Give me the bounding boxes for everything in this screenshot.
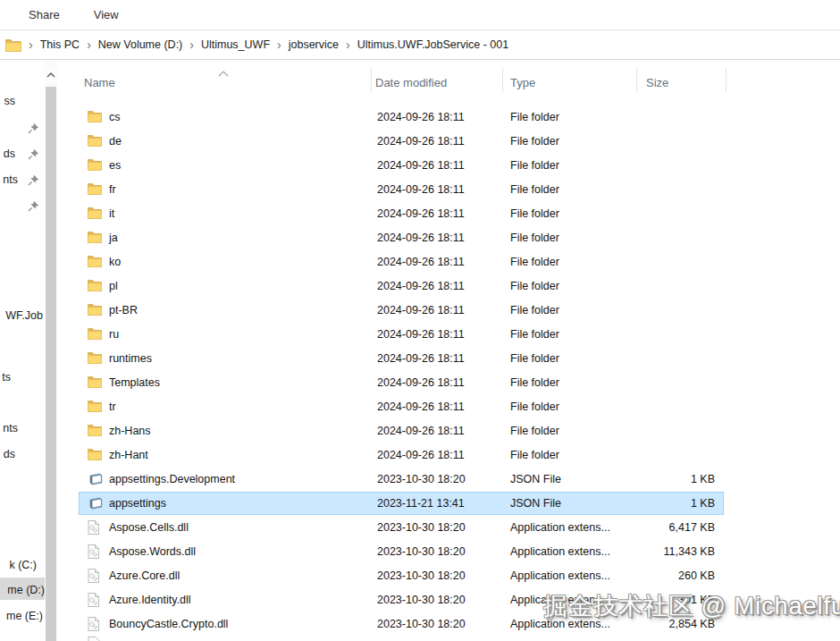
breadcrumb-item[interactable]: This PC bbox=[40, 38, 80, 51]
file-date-modified: 2024-09-26 18:11 bbox=[377, 352, 465, 365]
column-separator[interactable] bbox=[371, 68, 372, 92]
table-row[interactable]: it2024-09-26 18:11File folder bbox=[57, 202, 840, 226]
file-date-modified: 2024-09-26 18:11 bbox=[377, 449, 465, 461]
nav-scrollbar[interactable] bbox=[45, 60, 57, 641]
table-row[interactable]: ru2024-09-26 18:11File folder bbox=[57, 323, 840, 347]
breadcrumb-separator-icon[interactable]: › bbox=[29, 38, 33, 51]
sidebar-item[interactable]: me (D:) bbox=[0, 583, 45, 597]
ribbon-tab-view[interactable]: View bbox=[85, 4, 128, 25]
file-name: it bbox=[109, 207, 114, 220]
sidebar-item[interactable]: nts bbox=[0, 421, 18, 435]
table-row[interactable]: Azure.Core.dll2023-10-30 18:20Applicatio… bbox=[57, 564, 840, 588]
table-row[interactable]: zh-Hant2024-09-26 18:11File folder bbox=[57, 443, 840, 468]
column-separator[interactable] bbox=[636, 68, 637, 92]
file-type: File folder bbox=[510, 352, 559, 365]
breadcrumb-separator-icon[interactable]: › bbox=[277, 38, 281, 51]
sidebar-item[interactable]: ds bbox=[0, 147, 15, 161]
breadcrumb-item[interactable]: Ultimus.UWF.JobService - 001 bbox=[357, 38, 509, 51]
folder-icon bbox=[88, 231, 104, 246]
table-row[interactable]: appsettings.Development2023-10-30 18:20J… bbox=[57, 468, 840, 492]
file-name: zh-Hans bbox=[109, 425, 151, 437]
table-row[interactable]: Templates2024-09-26 18:11File folder bbox=[57, 371, 840, 395]
table-row[interactable]: Aspose.Cells.dll2023-10-30 18:20Applicat… bbox=[57, 516, 840, 540]
breadcrumb-separator-icon[interactable]: › bbox=[189, 38, 194, 51]
sidebar-item[interactable]: ds bbox=[0, 447, 15, 461]
ribbon-tab-share[interactable]: Share bbox=[20, 4, 69, 25]
sidebar-item[interactable]: WF.Job bbox=[0, 308, 43, 323]
breadcrumb-item[interactable]: New Volume (D:) bbox=[98, 38, 182, 51]
breadcrumb-separator-icon[interactable]: › bbox=[87, 38, 91, 51]
file-name: cs bbox=[109, 111, 121, 123]
breadcrumb-item[interactable]: jobservice bbox=[289, 38, 339, 51]
table-row[interactable]: ko2024-09-26 18:11File folder bbox=[57, 250, 840, 274]
file-date-modified: 2024-09-26 18:11 bbox=[377, 280, 465, 292]
table-row[interactable]: de2024-09-26 18:11File folder bbox=[57, 130, 840, 154]
file-type: File folder bbox=[510, 304, 559, 316]
table-row[interactable]: runtimes2024-09-26 18:11File folder bbox=[57, 347, 840, 371]
file-type: File folder bbox=[510, 280, 559, 292]
column-separator[interactable] bbox=[726, 68, 727, 92]
watermark-text: 掘金技术社区 @ Michaelfu bbox=[543, 590, 838, 622]
sidebar-item[interactable]: k (C:) bbox=[0, 558, 37, 572]
breadcrumb: ›This PC›New Volume (D:)›Ultimus_UWF›job… bbox=[21, 38, 508, 51]
table-row[interactable]: Aspose.Words.dll2023-10-30 18:20Applicat… bbox=[57, 540, 840, 564]
file-type: JSON File bbox=[510, 497, 561, 510]
dll-file-icon bbox=[88, 544, 104, 560]
breadcrumb-separator-icon[interactable]: › bbox=[346, 38, 350, 51]
file-name: Aspose.Cells.dll bbox=[109, 521, 189, 534]
sidebar-item[interactable]: ts bbox=[0, 370, 11, 384]
table-row[interactable]: ja2024-09-26 18:11File folder bbox=[57, 226, 840, 250]
file-name: pt-BR bbox=[109, 304, 138, 316]
table-row[interactable]: pt-BR2024-09-26 18:11File folder bbox=[57, 299, 840, 323]
folder-icon bbox=[88, 158, 104, 173]
column-header-size[interactable]: Size bbox=[646, 76, 668, 89]
scrollbar-up-arrow-icon[interactable] bbox=[45, 67, 57, 83]
column-separator[interactable] bbox=[502, 68, 503, 92]
partial-next-row-icon bbox=[88, 637, 100, 641]
file-date-modified: 2024-09-26 18:11 bbox=[377, 401, 465, 413]
file-name: Templates bbox=[109, 376, 160, 389]
table-row[interactable]: tr2024-09-26 18:11File folder bbox=[57, 395, 840, 419]
folder-icon bbox=[88, 182, 104, 198]
sidebar-item[interactable]: nts bbox=[0, 173, 18, 187]
column-header-type[interactable]: Type bbox=[510, 76, 535, 89]
file-type: JSON File bbox=[510, 473, 561, 485]
address-bar[interactable]: ›This PC›New Volume (D:)›Ultimus_UWF›job… bbox=[0, 30, 840, 60]
file-name: ru bbox=[109, 328, 119, 341]
file-date-modified: 2024-09-26 18:11 bbox=[377, 207, 465, 220]
breadcrumb-item[interactable]: Ultimus_UWF bbox=[201, 38, 270, 51]
table-row[interactable]: es2024-09-26 18:11File folder bbox=[57, 154, 840, 178]
file-name: de bbox=[109, 135, 122, 148]
dll-file-icon bbox=[88, 593, 104, 608]
pin-icon bbox=[28, 148, 39, 159]
folder-icon bbox=[88, 327, 104, 342]
file-date-modified: 2023-10-30 18:20 bbox=[377, 545, 466, 558]
json-file-icon bbox=[88, 472, 104, 487]
table-row[interactable]: pl2024-09-26 18:11File folder bbox=[57, 274, 840, 299]
folder-icon bbox=[88, 134, 104, 149]
scrollbar-thumb[interactable] bbox=[46, 87, 56, 641]
file-date-modified: 2023-10-30 18:20 bbox=[377, 473, 466, 485]
file-name: BouncyCastle.Crypto.dll bbox=[109, 618, 228, 630]
file-name: fr bbox=[109, 183, 116, 196]
folder-icon bbox=[88, 424, 104, 439]
table-row[interactable]: fr2024-09-26 18:11File folder bbox=[57, 178, 840, 202]
sidebar-item[interactable]: ss bbox=[0, 94, 15, 108]
file-date-modified: 2023-10-30 18:20 bbox=[377, 569, 466, 582]
file-name: Azure.Identity.dll bbox=[109, 594, 190, 606]
file-type: File folder bbox=[510, 376, 559, 389]
dll-file-icon bbox=[88, 569, 104, 584]
pin-icon bbox=[28, 122, 39, 133]
file-date-modified: 2024-09-26 18:11 bbox=[377, 159, 465, 172]
table-row[interactable]: cs2024-09-26 18:11File folder bbox=[57, 105, 840, 130]
column-header-name[interactable]: Name bbox=[84, 76, 115, 89]
file-type: File folder bbox=[510, 425, 559, 437]
column-header-date-modified[interactable]: Date modified bbox=[375, 76, 447, 89]
table-row[interactable]: appsettings2023-11-21 13:41JSON File1 KB bbox=[57, 492, 840, 516]
sidebar-item[interactable]: me (E:) bbox=[0, 609, 43, 623]
file-name: es bbox=[109, 159, 121, 172]
file-date-modified: 2024-09-26 18:11 bbox=[377, 425, 465, 437]
file-type: File folder bbox=[510, 256, 559, 268]
pin-icon bbox=[28, 199, 39, 211]
table-row[interactable]: zh-Hans2024-09-26 18:11File folder bbox=[57, 419, 840, 443]
